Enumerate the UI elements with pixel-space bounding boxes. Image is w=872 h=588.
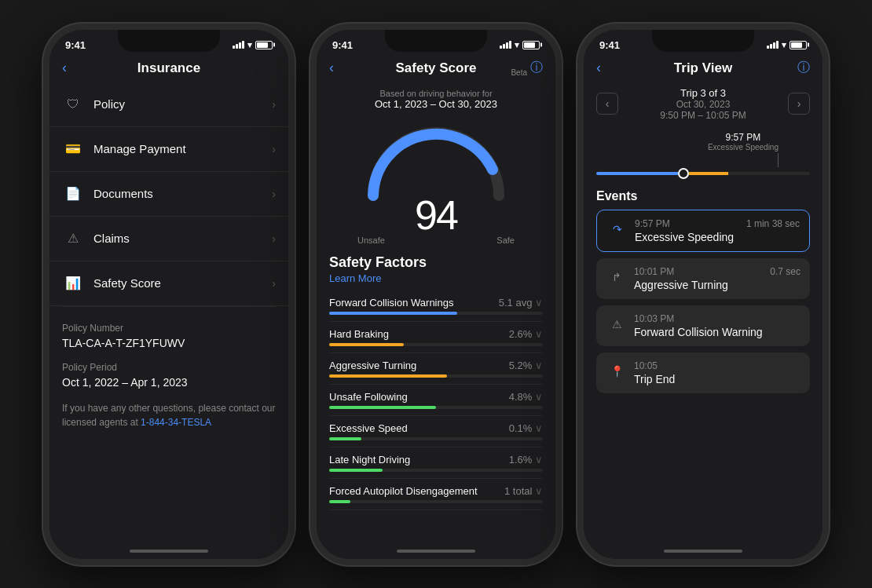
battery-icon [790, 41, 807, 49]
score-subtitle-text: Based on driving behavior for [332, 89, 540, 98]
timeline-event-name: Excessive Speeding [708, 143, 779, 152]
menu-label-policy: Policy [93, 97, 272, 111]
prev-trip-button[interactable]: ‹ [596, 93, 618, 115]
factor-collision-warnings: Forward Collision Warnings 5.1 avg ∨ [329, 290, 543, 322]
event-content: 10:01 PM 0.7 sec Aggressive Turning [634, 266, 801, 291]
factor-late-night: Late Night Driving 1.6% ∨ [329, 447, 543, 479]
event-card-trip-end[interactable]: 📍 10:05 Trip End [596, 352, 810, 393]
policy-number-value: TLA-CA-A-T-ZF1YFUWV [62, 337, 276, 349]
event-card-speeding[interactable]: ↷ 9:57 PM 1 min 38 sec Excessive Speedin… [596, 210, 810, 252]
event-time: 9:57 PM [635, 218, 670, 229]
status-time: 9:41 [332, 39, 353, 51]
factor-header: Unsafe Following 4.8% ∨ [329, 391, 543, 403]
event-time: 10:03 PM [634, 313, 674, 324]
home-indicator [130, 550, 208, 553]
status-icons: ▾ [767, 40, 807, 50]
page-title: Insurance [137, 60, 200, 76]
gauge-fill [373, 133, 493, 195]
signal-bar-2 [770, 44, 772, 49]
factor-bar [329, 500, 350, 503]
gauge-track [373, 133, 499, 195]
menu-item-policy[interactable]: 🛡 Policy › [49, 82, 288, 127]
chevron-icon: › [272, 277, 276, 290]
menu-item-claims[interactable]: ⚠ Claims › [49, 217, 288, 261]
support-phone-link[interactable]: 1-844-34-TESLA [141, 417, 211, 428]
chevron-icon: › [272, 98, 276, 111]
nav-header: ‹ Safety Score Beta ⓘ [317, 54, 555, 82]
event-time-row: 10:05 [634, 360, 801, 371]
factor-unsafe-following: Unsafe Following 4.8% ∨ [329, 385, 543, 416]
factor-header: Hard Braking 2.6% ∨ [329, 328, 543, 340]
factor-aggressive-turning: Aggressive Turning 5.2% ∨ [329, 353, 543, 385]
battery-fill [524, 42, 535, 48]
status-icons: ▾ [233, 40, 273, 50]
event-card-collision[interactable]: ⚠ 10:03 PM Forward Collision Warning [596, 305, 810, 346]
factor-bar [329, 374, 447, 378]
signal-bar-4 [242, 41, 244, 49]
factor-header: Aggressive Turning 5.2% ∨ [329, 360, 543, 371]
factor-header: Late Night Driving 1.6% ∨ [329, 454, 543, 466]
next-trip-button[interactable]: › [788, 93, 810, 115]
timeline-yellow-bar [689, 172, 728, 175]
info-button[interactable]: ⓘ [797, 60, 810, 76]
learn-more-link[interactable]: Learn More [329, 272, 543, 284]
event-content: 9:57 PM 1 min 38 sec Excessive Speeding [635, 218, 800, 243]
event-card-turning[interactable]: ↱ 10:01 PM 0.7 sec Aggressive Turning [596, 258, 810, 299]
battery-icon [255, 41, 273, 49]
factor-name: Late Night Driving [329, 454, 410, 466]
timeline-dot [678, 168, 689, 179]
event-time-row: 9:57 PM 1 min 38 sec [635, 218, 800, 229]
factor-bar [329, 343, 404, 346]
signal-bar-2 [503, 44, 505, 49]
factor-header: Forced Autopilot Disengagement 1 total ∨ [329, 485, 543, 497]
phone-trip-view: 9:41 ▾ ‹ Trip View ⓘ ‹ Trip 3 of 3 [577, 24, 829, 565]
safe-label: Safe [496, 236, 515, 245]
menu-label-claims: Claims [93, 232, 272, 245]
chevron-icon: › [272, 143, 276, 155]
factor-value: 2.6% ∨ [509, 328, 543, 340]
nav-header: ‹ Trip View ⓘ [584, 54, 823, 82]
factor-value: 5.2% ∨ [509, 360, 543, 371]
factor-autopilot: Forced Autopilot Disengagement 1 total ∨ [329, 479, 543, 510]
info-button[interactable]: ⓘ [530, 60, 543, 76]
policy-note: If you have any other questions, please … [62, 401, 276, 429]
menu-label-safety-score: Safety Score [93, 276, 272, 290]
policy-period-label: Policy Period [62, 362, 276, 373]
unsafe-label: Unsafe [357, 236, 385, 245]
menu-item-documents[interactable]: 📄 Documents › [49, 172, 288, 217]
chevron-icon: › [272, 188, 276, 200]
signal-bars [767, 41, 779, 49]
trip-of: Trip 3 of 3 [660, 87, 746, 99]
chevron-icon: › [272, 232, 276, 245]
factor-value: 0.1% ∨ [509, 422, 543, 434]
menu-item-safety-score[interactable]: 📊 Safety Score › [49, 261, 288, 306]
page-title: Safety Score [396, 60, 477, 76]
trip-info: Trip 3 of 3 Oct 30, 2023 9:50 PM – 10:05… [660, 87, 746, 121]
factor-value: 1 total ∨ [504, 485, 543, 497]
trip-time-range: 9:50 PM – 10:05 PM [660, 110, 746, 121]
home-indicator [397, 550, 475, 553]
safety-score-icon: 📊 [62, 272, 84, 294]
factor-bar-bg [329, 343, 543, 346]
wifi-icon: ▾ [782, 40, 786, 50]
signal-bar-3 [506, 42, 508, 49]
back-button[interactable]: ‹ [62, 60, 67, 76]
factor-value: 5.1 avg ∨ [499, 297, 543, 309]
safety-score-screen: 9:41 ▾ ‹ Safety Score Beta ⓘ Based on dr… [317, 30, 555, 559]
timeline-bar-row [596, 167, 810, 180]
timeline-section: 9:57 PM Excessive Speeding [584, 126, 823, 186]
signal-bar-4 [509, 41, 511, 49]
event-duration: 1 min 38 sec [746, 218, 800, 229]
signal-bars [233, 41, 244, 49]
policy-period-value: Oct 1, 2022 – Apr 1, 2023 [62, 376, 276, 389]
back-button[interactable]: ‹ [329, 60, 334, 76]
factor-name: Aggressive Turning [329, 360, 416, 371]
menu-item-payment[interactable]: 💳 Manage Payment › [49, 127, 288, 172]
status-time: 9:41 [599, 39, 620, 51]
safety-score-number: 94 [415, 192, 457, 239]
timeline-marker-line [778, 153, 779, 167]
status-time: 9:41 [65, 39, 86, 51]
factor-bar [329, 469, 383, 472]
event-name: Aggressive Turning [634, 279, 801, 291]
back-button[interactable]: ‹ [596, 60, 601, 76]
